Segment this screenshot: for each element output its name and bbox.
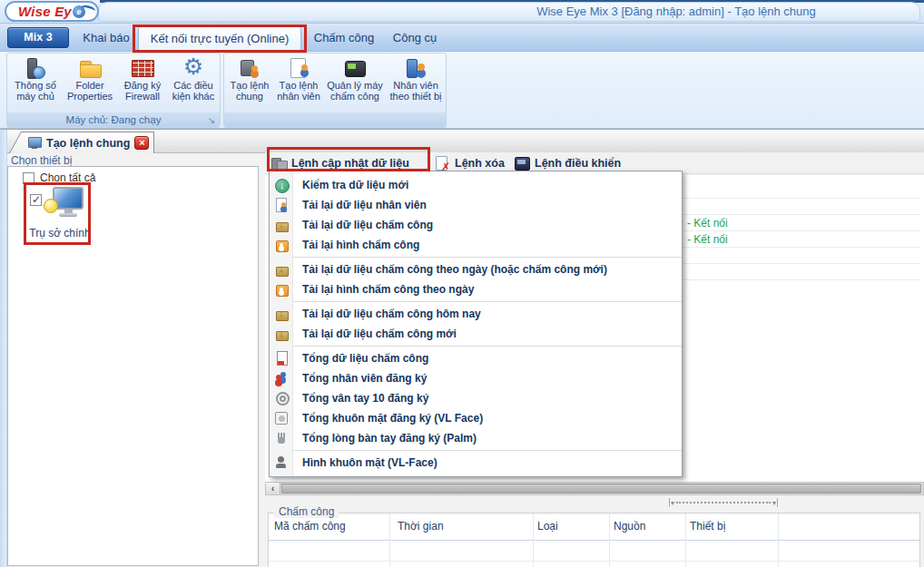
gear-icon <box>182 56 205 80</box>
wise-eye-logo: Wise Ey e <box>5 1 99 22</box>
palm-icon <box>274 431 289 445</box>
attendance-table: Mã chấm công Thời gian Loại Nguồn Thiết … <box>268 513 920 567</box>
computer-device-icon <box>42 187 87 223</box>
other-conditions-button[interactable]: Các điều kiện khác <box>167 55 220 102</box>
attendance-group-label: Chấm công <box>274 505 339 518</box>
window-left-frame <box>0 130 7 567</box>
menu-item-tai-lai-hinh-cham-cong[interactable]: Tải lại hình chấm công <box>270 235 682 255</box>
attendance-device-icon <box>343 56 367 80</box>
splitter-handle[interactable]: ▾ ▾ <box>669 498 778 507</box>
menu-separator <box>270 450 682 451</box>
menu-item-tai-lai-du-lieu-cham-cong-theo-ngay[interactable]: Tải lại dữ liệu chấm công theo ngày (hoặ… <box>270 259 682 279</box>
app-menu-button[interactable]: Mix 3 <box>7 27 69 48</box>
manage-attendance-device-button[interactable]: Quản lý máy chấm công <box>326 55 384 102</box>
download-box-icon <box>274 218 289 232</box>
create-employee-command-button[interactable]: Tạo lệnh nhân viên <box>273 55 324 102</box>
update-command-icon <box>270 155 287 171</box>
download-box-icon <box>274 307 289 321</box>
face-scan-icon <box>275 412 288 425</box>
menu-item-tai-lai-hinh-cham-cong-theo-ngay[interactable]: Tải lại hình chấm công theo ngày <box>270 279 682 299</box>
commands-group-caption <box>224 112 446 127</box>
logo-text: Wise Ey <box>18 4 72 19</box>
folder-icon <box>78 56 102 80</box>
firewall-register-button[interactable]: Đăng ký Firewall <box>120 55 165 102</box>
ribbon-group-server: Thông số máy chủ Folder Properties Đăng … <box>6 53 221 128</box>
tab-cong-cu[interactable]: Công cụ <box>388 24 441 52</box>
control-command-icon <box>514 155 530 171</box>
menu-item-tai-lai-du-lieu-cham-cong[interactable]: Tải lại dữ liệu chấm công <box>270 215 682 235</box>
employee-document-icon <box>274 198 289 212</box>
menu-item-tong-nhan-vien-dang-ky[interactable]: Tổng nhân viên đăng ký <box>270 368 682 388</box>
menu-item-hinh-khuon-mat[interactable]: Hình khuôn mặt (VL-Face) <box>270 453 682 473</box>
column-header-thiet-bi[interactable]: Thiết bị <box>690 520 725 533</box>
photo-box-icon <box>274 282 289 297</box>
photo-box-icon <box>274 238 289 252</box>
document-tab-strip: Tạo lệnh chung × <box>0 130 924 153</box>
firewall-icon <box>131 56 154 80</box>
create-common-command-button[interactable]: Tạo lệnh chung <box>228 55 271 102</box>
computer-tab-icon <box>28 137 42 150</box>
column-header-loai[interactable]: Loại <box>537 520 558 533</box>
tab-ket-noi-truc-tuyen[interactable]: Kết nối trực tuyến (Online) <box>138 25 301 52</box>
menu-separator <box>270 257 682 258</box>
device-checkbox[interactable] <box>30 194 42 206</box>
fingerprint-icon <box>274 391 289 406</box>
menu-item-kiem-tra-du-lieu-moi[interactable]: Kiểm tra dữ liệu mới <box>270 175 682 195</box>
ribbon-tab-bar: Mix 3 Khai báo Kết nối trực tuyến (Onlin… <box>0 24 924 52</box>
scroll-left-arrow-icon[interactable]: ‹ <box>266 483 280 494</box>
menu-item-tong-van-tay-10-dang-ky[interactable]: Tổng vân tay 10 đăng ký <box>270 388 682 408</box>
window-title: Wise Eye Mix 3 [Đăng nhập: admin] - Tạo … <box>436 5 917 18</box>
download-box-icon <box>274 262 289 277</box>
employee-document-icon <box>287 56 310 80</box>
horizontal-scrollbar[interactable]: ‹ <box>265 482 924 495</box>
tab-cham-cong[interactable]: Chấm công <box>312 24 376 52</box>
column-header-nguon[interactable]: Nguồn <box>614 520 645 533</box>
delete-command-icon <box>434 155 450 171</box>
column-header-thoi-gian[interactable]: Thời gian <box>398 520 444 533</box>
menu-separator <box>270 346 682 347</box>
ribbon-group-commands: Tạo lệnh chung Tạo lệnh nhân viên Quản l… <box>223 53 447 128</box>
command-person-icon <box>238 56 261 80</box>
dialog-launcher-icon[interactable]: ↘ <box>206 114 217 126</box>
server-settings-button[interactable]: Thông số máy chủ <box>11 55 60 102</box>
tab-khai-bao[interactable]: Khai báo <box>78 24 134 52</box>
chevron-down-icon: ▾ <box>772 499 776 507</box>
ribbon: Thông số máy chủ Folder Properties Đăng … <box>0 52 924 130</box>
select-all-checkbox[interactable] <box>23 172 34 184</box>
menu-item-tai-lai-du-lieu-cham-cong-moi[interactable]: Tải lại dữ liệu chấm công mới <box>270 324 682 344</box>
menu-item-tong-long-ban-tay-dang-ky[interactable]: Tổng lòng bàn tay đăng ký (Palm) <box>270 428 682 448</box>
app-window: Wise Ey e Wise Eye Mix 3 [Đăng nhập: adm… <box>0 0 924 567</box>
person-device-icon <box>404 56 428 80</box>
employees-icon <box>274 371 289 386</box>
connection-status-row: - Kết nối <box>687 217 728 230</box>
device-name: Trụ sở chính <box>15 227 105 240</box>
menu-item-tai-lai-du-lieu-nhan-vien[interactable]: Tải lại dữ liệu nhân viên <box>270 195 682 215</box>
server-icon <box>24 56 47 80</box>
connection-status-row: - Kết nối <box>687 233 728 246</box>
menu-item-tai-lai-du-lieu-cham-cong-hom-nay[interactable]: Tải lại dữ liệu chấm công hôm nay <box>270 304 682 324</box>
title-bar: Wise Ey e Wise Eye Mix 3 [Đăng nhập: adm… <box>0 0 924 24</box>
menu-separator <box>270 301 682 302</box>
menu-item-tong-khuon-mat-dang-ky[interactable]: Tổng khuôn mặt đăng ký (VL Face) <box>270 408 682 428</box>
menu-item-tong-du-lieu-cham-cong[interactable]: Tổng dữ liệu chấm công <box>270 348 682 368</box>
select-all-row[interactable]: Chọn tất cả <box>23 171 95 184</box>
download-circle-icon <box>274 178 289 192</box>
device-panel-label: Chọn thiết bị <box>11 154 72 167</box>
download-box-icon <box>274 327 289 341</box>
face-photo-icon <box>274 455 289 470</box>
folder-properties-button[interactable]: Folder Properties <box>62 55 118 102</box>
document-tab[interactable]: Tạo lệnh chung × <box>9 132 154 153</box>
attendance-table-header: Mã chấm công Thời gian Loại Nguồn Thiết … <box>269 513 919 541</box>
scrollbar-thumb[interactable] <box>281 484 921 494</box>
report-document-icon <box>274 351 289 366</box>
column-header-ma-cham-cong[interactable]: Mã chấm công <box>274 520 346 533</box>
chevron-down-icon: ▾ <box>671 499 674 507</box>
update-data-dropdown-menu: Kiểm tra dữ liệu mới Tải lại dữ liệu nhâ… <box>269 171 683 477</box>
server-status-caption: Máy chủ: Đang chạy ↘ <box>7 112 220 127</box>
device-list-box: Chọn tất cả Trụ sở chính <box>7 166 259 566</box>
close-tab-icon[interactable]: × <box>134 136 149 150</box>
lightbulb-icon <box>44 199 58 213</box>
employee-by-device-button[interactable]: Nhân viên theo thiết bị <box>386 55 446 102</box>
